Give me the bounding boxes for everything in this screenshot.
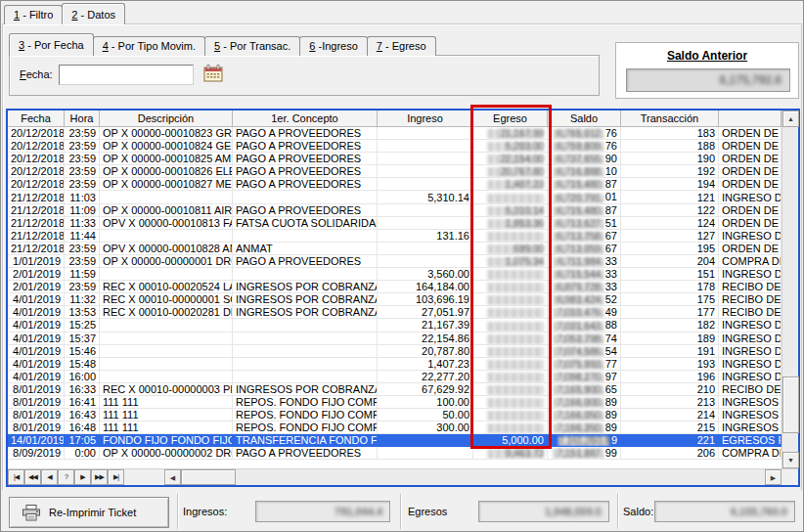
cell-saldo: 7,151,887.99	[548, 447, 621, 460]
nav-fast-prev-button[interactable]: ◀◀	[24, 469, 41, 485]
cell-egreso	[473, 293, 548, 306]
table-row[interactable]: 1/01/201923:59OP X 00000-00000001 DROGPA…	[8, 255, 782, 268]
horizontal-scrollbar[interactable]: ◀ ▶	[164, 469, 782, 485]
nav-first-button[interactable]: |◀	[8, 469, 24, 485]
nav-help-button[interactable]: ?	[58, 469, 74, 485]
cell-concepto	[233, 371, 378, 383]
tab-datos[interactable]: 2 - Datos	[62, 3, 125, 24]
tab-por-transac[interactable]: 5 - Por Transac.	[204, 36, 300, 56]
redacted-saldo: 7,161,350.8	[558, 436, 609, 446]
table-row[interactable]: 20/12/201823:59OP X 00000-00010823 GRUPP…	[8, 127, 782, 140]
table-row[interactable]: 4/01/201915:3722,154.867,053,798.74189IN…	[8, 332, 782, 345]
table-row[interactable]: 21/12/201811:33OPV X 00000-00010813 FATS…	[8, 217, 782, 230]
scroll-left-icon[interactable]: ◀	[164, 469, 181, 485]
nav-fast-next-button[interactable]: ▶▶	[91, 469, 108, 485]
column-header-saldo[interactable]: Saldo	[548, 111, 621, 127]
table-row[interactable]: 21/12/201811:035,310.146,720,791.01121IN…	[8, 191, 782, 203]
cell-saldo: 6,716,888.10	[548, 165, 621, 178]
column-header-descripcion[interactable]: Descripción	[100, 111, 233, 127]
table-row[interactable]: 4/01/201916:0022,277.207,098,270.97196IN…	[8, 371, 782, 383]
redacted-egreso	[487, 270, 544, 280]
column-header-tipo[interactable]	[719, 111, 782, 127]
table-row[interactable]: 2/01/201923:59REC X 00010-00020524 LABOI…	[8, 281, 782, 293]
table-row[interactable]: 20/12/201823:59OP X 00000-00010826 ELECT…	[8, 165, 782, 178]
table-row[interactable]: 20/12/201823:59OP X 00000-00010824 GERIC…	[8, 140, 782, 153]
table-row[interactable]: 4/01/201913:53REC X 00010-00020281 DROGI…	[8, 306, 782, 319]
scroll-right-icon[interactable]: ▶	[765, 469, 782, 485]
cell-concepto: FATSA CUOTA SOLIDARIDAD	[233, 217, 378, 230]
cell-tipo: RECIBO DE COB	[719, 293, 782, 306]
cell-hora: 11:33	[65, 217, 100, 230]
scroll-up-icon[interactable]: ▲	[782, 111, 799, 127]
cell-concepto: PAGO A PROVEEDORES	[233, 255, 378, 268]
column-header-transaccion[interactable]: Transacción	[621, 111, 719, 127]
table-row[interactable]: 14/01/201917:05FONDO FIJO FONDO FIJOTRAN…	[8, 434, 782, 447]
nav-last-button[interactable]: ▶|	[108, 469, 124, 485]
printer-icon	[22, 505, 41, 521]
cell-transaccion: 215	[621, 421, 719, 434]
table-row[interactable]: 8/01/201916:33REC X 00010-00000003 PHARI…	[8, 383, 782, 396]
table-row[interactable]: 4/01/201911:32REC X 00010-00000001 SQUEI…	[8, 293, 782, 306]
column-header-hora[interactable]: Hora	[65, 111, 100, 127]
tab-por-fecha[interactable]: 3 - Por Fecha	[9, 33, 94, 56]
table-row[interactable]: 21/12/201811:44131.166,713,758.67127INGR…	[8, 230, 782, 243]
cell-concepto: INGRESOS POR COBRANZAS	[233, 293, 378, 306]
redacted-saldo: 7,165,900.	[553, 385, 603, 395]
vertical-scroll-thumb[interactable]	[782, 377, 799, 433]
column-header-fecha[interactable]: Fecha	[8, 111, 65, 127]
table-row[interactable]: 21/12/201823:59OPV X 00000-00010828 ANMA…	[8, 243, 782, 255]
cell-fecha: 4/01/2019	[8, 358, 65, 371]
column-header-concepto[interactable]: 1er. Concepto	[233, 111, 378, 127]
tab-filtro[interactable]: 1 - Filtro	[4, 5, 63, 24]
cell-transaccion: 178	[621, 281, 719, 293]
vertical-scrollbar[interactable]: ▲ ▼	[782, 111, 798, 468]
record-navigator: |◀ ◀◀ ◀ ? ▶ ▶▶ ▶|	[8, 469, 124, 485]
cell-descripcion: 111 111	[100, 409, 233, 421]
saldo-anterior-value: 6,175,792.6	[626, 68, 790, 92]
table-row[interactable]: 2/01/201911:593,560.006,715,544.33151ING…	[8, 268, 782, 281]
cell-transaccion: 194	[621, 178, 719, 191]
cell-egreso: 20,767.80	[473, 165, 548, 178]
cell-saldo: 7,075,993.77	[548, 358, 621, 371]
cell-saldo: 6,713,758.67	[548, 230, 621, 243]
calendar-button[interactable]	[201, 64, 225, 85]
table-row[interactable]: 20/12/201823:59OP X 00000-00010827 MEDIC…	[8, 178, 782, 191]
cell-descripcion: OP X 00000-00000001 DROG	[100, 255, 233, 268]
cell-descripcion: REC X 00010-00000003 PHAR	[100, 383, 233, 396]
tab-ingreso[interactable]: 6 -Ingreso	[299, 36, 368, 56]
redacted-saldo: 7,075,993.	[553, 360, 603, 370]
cell-egreso	[473, 409, 548, 421]
reprint-ticket-button[interactable]: Re-Imprimir Ticket	[9, 497, 169, 528]
nav-next-button[interactable]: ▶	[74, 469, 91, 485]
redacted-value: 791,044.4	[335, 506, 382, 517]
nav-prev-button[interactable]: ◀	[41, 469, 58, 485]
tab-egreso[interactable]: 7 - Egreso	[367, 36, 436, 56]
table-row[interactable]: 21/12/201811:09OP X 00000-00010811 AIR L…	[8, 204, 782, 217]
table-row[interactable]: 4/01/201915:2521,167.397,031,643.88182IN…	[8, 319, 782, 332]
fecha-input[interactable]	[59, 65, 194, 85]
column-header-ingreso[interactable]: Ingreso	[378, 111, 473, 127]
cell-tipo: INGRESOS POR	[719, 396, 782, 409]
tab-por-tipo-movim[interactable]: 4 - Por Tipo Movim.	[93, 36, 205, 56]
horizontal-scroll-thumb[interactable]	[181, 469, 236, 485]
cell-saldo: 7,098,270.97	[548, 371, 621, 383]
table-row[interactable]: 8/01/201916:43111 111REPOS. FONDO FIJO C…	[8, 409, 782, 421]
table-row[interactable]: 4/01/201915:481,407.237,075,993.77193ING…	[8, 358, 782, 371]
scroll-down-icon[interactable]: ▼	[782, 452, 799, 468]
app-window: 1 - Filtro 2 - Datos 3 - Por Fecha 4 - P…	[0, 0, 804, 532]
cell-saldo: 6,711,984.33	[548, 255, 621, 268]
table-row[interactable]: 4/01/201915:4620,787.807,074,586.54191IN…	[8, 345, 782, 358]
cell-concepto: PAGO A PROVEEDORES	[233, 127, 378, 140]
table-row[interactable]: 20/12/201823:59OP X 00000-00010825 AMDMP…	[8, 153, 782, 165]
cell-ingreso	[378, 217, 473, 230]
saldo-tail: 76	[603, 127, 617, 139]
cell-tipo: ORDEN DE PAG	[719, 243, 782, 255]
cell-concepto	[233, 230, 378, 243]
cell-tipo: INGRESO DE CH	[719, 332, 782, 345]
cell-fecha: 8/01/2019	[8, 409, 65, 421]
table-row[interactable]: 8/01/201916:41111 111REPOS. FONDO FIJO C…	[8, 396, 782, 409]
table-row[interactable]: 8/09/20190:00OP X 00000-00000002 DROGPAG…	[8, 447, 782, 460]
column-header-egreso[interactable]: Egreso	[473, 111, 548, 127]
table-row[interactable]: 8/01/201916:48111 111REPOS. FONDO FIJO C…	[8, 421, 782, 434]
redacted-saldo: 6,713,059.	[553, 244, 603, 254]
